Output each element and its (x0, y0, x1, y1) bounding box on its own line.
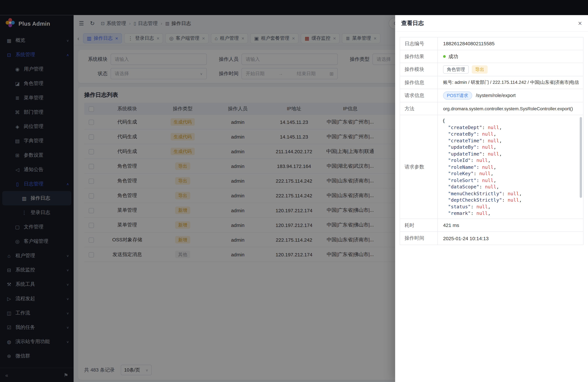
detail-row-operation-result: 操作结果成功 (400, 50, 583, 63)
detail-value-method: org.dromara.system.controller.system.Sys… (438, 102, 583, 115)
detail-row-log-id: 日志编号1882612840802115585 (400, 37, 583, 50)
detail-value-duration: 421 ms (438, 219, 583, 231)
detail-value-operation-result: 成功 (438, 50, 583, 63)
detail-row-method: 方法org.dromara.system.controller.system.S… (400, 102, 583, 115)
detail-label: 日志编号 (400, 37, 438, 50)
detail-label: 操作时间 (400, 232, 438, 245)
detail-row-operation-info: 操作信息账号: admin / 研发部门 / 222.175.114.242 /… (400, 76, 583, 89)
request-path: /system/role/export (476, 93, 516, 98)
drawer-body: 日志编号1882612840802115585操作结果成功操作模块角色管理导出操… (395, 32, 588, 382)
drawer-header: 查看日志 × (395, 15, 588, 32)
module-tag: 导出 (472, 65, 487, 74)
detail-row-request-info: 请求信息POST请求/system/role/export (400, 89, 583, 102)
detail-row-request-params: 请求参数{ "createDept": null, "createBy": nu… (400, 115, 583, 219)
detail-label: 耗时 (400, 219, 438, 231)
detail-label: 方法 (400, 102, 438, 115)
detail-value-operation-module: 角色管理导出 (438, 63, 583, 76)
app-window: Plus Admin ▦概览∨⊡系统管理∧◉用户管理◪角色管理≣菜单管理⌘部门管… (0, 15, 588, 382)
close-icon[interactable]: × (578, 20, 582, 27)
detail-label: 请求信息 (400, 89, 438, 102)
module-tag: 角色管理 (443, 65, 469, 74)
detail-label: 操作模块 (400, 63, 438, 76)
detail-value-request-params: { "createDept": null, "createBy": null, … (438, 115, 583, 219)
detail-value-request-info: POST请求/system/role/export (438, 89, 583, 102)
detail-row-duration: 耗时421 ms (400, 219, 583, 232)
drawer-title: 查看日志 (401, 20, 424, 27)
detail-row-operation-module: 操作模块角色管理导出 (400, 63, 583, 76)
detail-label: 操作信息 (400, 76, 438, 89)
detail-label: 操作结果 (400, 50, 438, 63)
request-params-json: { "createDept": null, "createBy": null, … (438, 115, 583, 219)
detail-value-operation-time: 2025-01-24 10:14:13 (438, 232, 583, 245)
detail-label: 请求参数 (400, 115, 438, 219)
detail-value-log-id: 1882612840802115585 (438, 37, 583, 50)
request-method-tag: POST请求 (443, 91, 472, 100)
detail-value-operation-info: 账号: admin / 研发部门 / 222.175.114.242 / 中国|… (438, 76, 583, 89)
view-log-drawer: 查看日志 × 日志编号1882612840802115585操作结果成功操作模块… (395, 15, 588, 382)
detail-row-operation-time: 操作时间2025-01-24 10:14:13 (400, 232, 583, 245)
success-dot-icon (443, 55, 446, 58)
status-text: 成功 (448, 53, 458, 60)
screen: Plus Admin ▦概览∨⊡系统管理∧◉用户管理◪角色管理≣菜单管理⌘部门管… (0, 0, 588, 382)
code-scrollbar-thumb[interactable] (580, 117, 582, 198)
log-detail-table: 日志编号1882612840802115585操作结果成功操作模块角色管理导出操… (400, 37, 583, 245)
